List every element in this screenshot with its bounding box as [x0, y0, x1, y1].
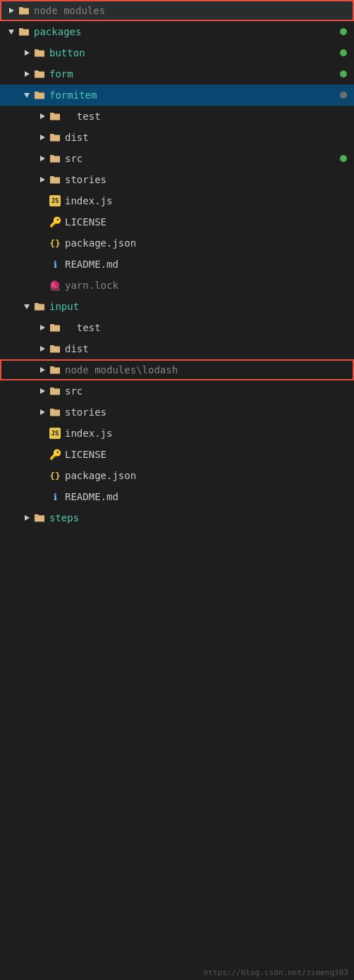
tree-item-label: package.json	[65, 237, 354, 249]
chevron-icon[interactable]	[37, 322, 48, 333]
svg-marker-9	[24, 304, 30, 309]
tree-item-formitem_indexjs[interactable]: JSindex.js	[0, 190, 354, 211]
tree-item-form[interactable]: form	[0, 63, 354, 85]
tree-item-label: package.json	[65, 470, 354, 481]
tree-item-formitem_package[interactable]: {}package.json	[0, 232, 354, 254]
tree-item-input_dist[interactable]: dist	[0, 338, 354, 359]
tree-item-label: steps	[49, 512, 354, 523]
tree-item-label: src	[65, 385, 354, 397]
chevron-icon[interactable]	[21, 47, 32, 58]
tree-item-label: yarn.lock	[65, 280, 354, 291]
status-dot	[340, 49, 347, 56]
tree-item-node_modules_top[interactable]: node_modules	[0, 0, 354, 21]
tree-item-formitem_yarn[interactable]: 🧶yarn.lock	[0, 275, 354, 296]
tree-item-formitem_readme[interactable]: ℹREADME.md	[0, 254, 354, 275]
chevron-icon[interactable]	[21, 512, 32, 523]
svg-marker-3	[25, 71, 30, 77]
tree-item-button[interactable]: button	[0, 42, 354, 63]
tree-item-label: README.md	[65, 491, 354, 502]
folder-icon	[32, 67, 47, 81]
tree-item-label: packages	[34, 26, 340, 37]
tree-item-label: stories	[65, 407, 354, 418]
tree-item-label: input	[49, 301, 354, 312]
chevron-icon[interactable]	[37, 132, 48, 143]
svg-marker-2	[25, 50, 30, 56]
chevron-icon[interactable]	[21, 68, 32, 80]
svg-marker-10	[40, 325, 45, 330]
folder-icon	[48, 363, 62, 377]
chevron-icon[interactable]	[6, 5, 17, 16]
tree-item-steps[interactable]: steps	[0, 507, 354, 528]
tree-item-label: index.js	[65, 195, 354, 206]
watermark-text: https://blog.csdn.net/zimeng303	[204, 968, 348, 977]
tree-item-input_test[interactable]: __test__	[0, 317, 354, 338]
tree-item-formitem_license[interactable]: 🔑LICENSE	[0, 211, 354, 232]
tree-item-label: button	[49, 47, 340, 58]
tree-item-input_src[interactable]: src	[0, 380, 354, 402]
js-file-icon: JS	[48, 194, 62, 208]
folder-icon	[48, 384, 62, 398]
svg-marker-15	[25, 515, 30, 521]
chevron-icon[interactable]	[37, 364, 48, 376]
tree-item-input_readme[interactable]: ℹREADME.md	[0, 486, 354, 507]
chevron-icon[interactable]	[37, 174, 48, 185]
chevron-icon[interactable]	[37, 343, 48, 354]
status-dot	[340, 92, 347, 99]
svg-marker-7	[40, 156, 45, 161]
readme-file-icon: ℹ	[48, 257, 62, 271]
chevron-icon[interactable]	[37, 111, 48, 122]
chevron-icon[interactable]	[37, 407, 48, 418]
tree-item-label: form	[49, 68, 340, 80]
folder-icon	[32, 299, 47, 314]
tree-item-label: dist	[65, 132, 354, 143]
tree-item-formitem_stories[interactable]: stories	[0, 169, 354, 190]
tree-item-input_indexjs[interactable]: JSindex.js	[0, 423, 354, 444]
json-file-icon: {}	[48, 469, 62, 483]
tree-item-formitem_test[interactable]: __test__	[0, 106, 354, 127]
tree-item-packages[interactable]: packages	[0, 21, 354, 42]
tree-item-input_stories[interactable]: stories	[0, 402, 354, 423]
status-dot	[340, 28, 347, 35]
tree-item-label: dist	[65, 343, 354, 354]
tree-item-formitem_src[interactable]: src	[0, 148, 354, 169]
svg-marker-13	[40, 388, 45, 394]
folder-icon	[32, 511, 47, 525]
folder-icon	[48, 109, 62, 123]
chevron-icon[interactable]	[21, 89, 32, 101]
chevron-icon[interactable]	[6, 26, 17, 37]
tree-item-input[interactable]: input	[0, 296, 354, 317]
folder-icon	[48, 130, 62, 144]
svg-marker-4	[24, 93, 30, 98]
status-dot	[340, 155, 347, 162]
tree-item-label: index.js	[65, 428, 354, 439]
folder-icon	[32, 46, 47, 60]
tree-item-formitem_dist[interactable]: dist	[0, 127, 354, 148]
svg-marker-8	[40, 177, 45, 182]
folder-icon	[17, 4, 31, 18]
folder-icon	[48, 151, 62, 166]
folder-icon	[32, 88, 47, 102]
tree-item-label: LICENSE	[65, 216, 354, 228]
tree-item-label: README.md	[65, 259, 354, 270]
readme-file-icon: ℹ	[48, 490, 62, 504]
tree-item-label: formitem	[49, 89, 340, 101]
chevron-icon[interactable]	[37, 385, 48, 397]
svg-marker-1	[8, 30, 14, 35]
tree-item-label: node_modules	[34, 5, 354, 16]
tree-item-input_node_modules_lodash[interactable]: node_modules\lodash	[0, 359, 354, 380]
tree-item-label: node_modules\lodash	[65, 364, 354, 376]
tree-item-input_package[interactable]: {}package.json	[0, 465, 354, 486]
chevron-icon[interactable]	[37, 153, 48, 164]
folder-icon	[48, 342, 62, 356]
json-file-icon: {}	[48, 236, 62, 250]
svg-marker-12	[40, 367, 45, 373]
tree-item-formitem[interactable]: formitem	[0, 85, 354, 106]
folder-icon	[48, 405, 62, 419]
file-tree: node_modulespackagesbuttonformformitem__…	[0, 0, 354, 980]
tree-item-label: LICENSE	[65, 449, 354, 460]
svg-marker-14	[40, 409, 45, 415]
chevron-icon[interactable]	[21, 301, 32, 312]
tree-item-label: __test__	[65, 111, 354, 122]
status-dot	[340, 70, 347, 77]
tree-item-input_license[interactable]: 🔑LICENSE	[0, 444, 354, 465]
